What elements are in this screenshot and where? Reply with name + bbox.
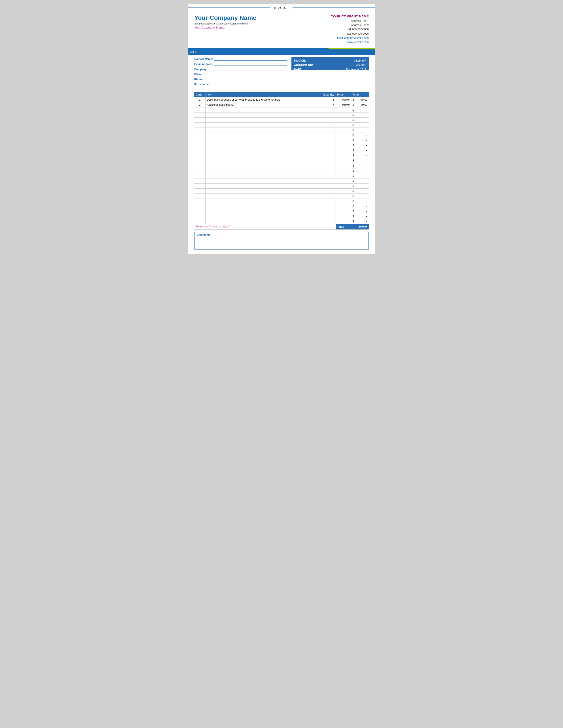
cell-item [205,158,322,163]
cell-code: 2 [194,102,205,107]
top-bar-line-right [293,8,375,8]
cell-qty [322,153,336,158]
cell-item [205,133,322,138]
header-section: Your Company Name a free resource from: … [188,10,375,47]
table-row: $– [194,163,369,168]
cell-total: $– [351,209,369,214]
cell-item [205,173,322,178]
cell-code [194,158,205,163]
cell-qty [322,189,336,194]
table-row: $– [194,173,369,178]
cell-total: $– [351,204,369,209]
cell-qty [322,163,336,168]
billing-field: Fax Number: [194,83,287,86]
table-row: $– [194,133,369,138]
cell-code [194,153,205,158]
cell-item: Additional descriptions. [205,102,322,107]
table-row: $– [194,153,369,158]
cell-code [194,168,205,173]
billing-field: Contact Name: [194,57,287,61]
cell-code: 1 [194,97,205,102]
sep-green [329,48,376,49]
cell-price [336,153,351,158]
cell-qty [322,194,336,199]
cell-item [205,194,322,199]
billing-field: Company [194,67,287,71]
cell-qty [322,168,336,173]
cell-code [194,107,205,113]
cell-total: $75.00 [351,97,369,102]
table-row: $– [194,168,369,173]
cell-total: $– [351,148,369,153]
cell-price [336,204,351,209]
table-row: $– [194,219,369,224]
fax-line: fax| 000-000-0000 [331,32,369,36]
invoice-label: INVOICE: [294,58,329,63]
cell-price [336,138,351,143]
cell-item [205,128,322,133]
table-row: $– [194,199,369,204]
cell-code [194,189,205,194]
table-row: $– [194,128,369,133]
col-header-item: Item [205,92,322,97]
cell-code [194,209,205,214]
table-row: $– [194,158,369,163]
cell-price [336,158,351,163]
top-bar-line-left [188,8,270,8]
table-row: $– [194,118,369,123]
table-row: $– [194,178,369,184]
table-row: $– [194,194,369,199]
cell-item [205,118,322,123]
cell-price [336,199,351,204]
billing-field-label: Company [194,68,206,71]
billing-field-label: Phone [194,78,202,81]
cell-code [194,128,205,133]
cell-price [336,168,351,173]
cell-code [194,148,205,153]
billing-field-line [214,62,287,66]
cell-total: $– [351,158,369,163]
cell-qty [322,199,336,204]
cell-item [205,148,322,153]
cell-price [336,209,351,214]
address-line1: Address Line 1 [331,19,369,23]
thank-you-cell: Thank you for your business! [194,224,336,230]
billing-field-line [214,57,287,61]
cell-qty [322,107,336,113]
col-header-qty: Quantity [322,92,336,97]
table-row: $– [194,107,369,113]
cell-qty [322,158,336,163]
cell-price: ##### [336,97,351,102]
cell-code [194,199,205,204]
cell-qty: 3 [322,97,336,102]
date-label: DATE: [294,67,329,72]
cell-code [194,123,205,128]
cell-total: $– [351,113,369,118]
cell-price [336,163,351,168]
cell-qty [322,128,336,133]
address-line2: Address Line 2 [331,23,369,27]
table-row: $– [194,184,369,189]
table-row: $– [194,204,369,209]
cell-price [336,194,351,199]
cell-code [194,138,205,143]
cell-price [336,118,351,123]
cell-price [336,189,351,194]
col-header-code: Code [194,92,205,97]
cell-item: Description of goods or services provide… [205,97,322,102]
cell-item [205,123,322,128]
cell-price [336,173,351,178]
company-slogan: Your Company Slogan [194,26,256,29]
billing-field-line [203,77,287,81]
cell-price [336,148,351,153]
cell-code [194,204,205,209]
cell-qty [322,173,336,178]
cell-qty [322,219,336,224]
cell-item [205,204,322,209]
cell-total: $– [351,133,369,138]
tel-line: tel| 000-000-0000 [331,27,369,32]
account-value: ABC123 [329,63,366,67]
cell-item [205,113,322,118]
comments-section: Comments: [194,232,369,250]
cell-price [336,128,351,133]
